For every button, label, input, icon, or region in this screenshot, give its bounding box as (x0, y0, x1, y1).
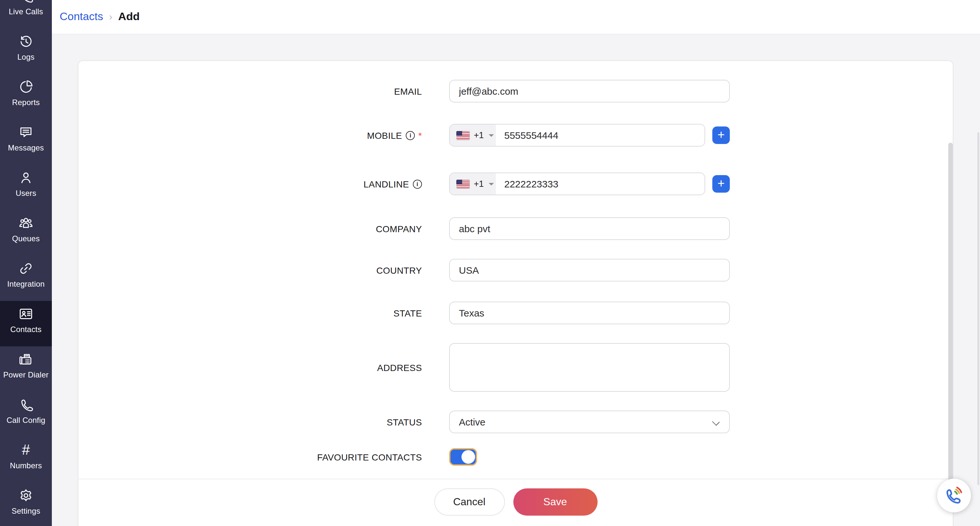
page-scrollbar-thumb[interactable] (977, 132, 979, 485)
sidebar: Live Calls Logs Reports Messages (0, 0, 52, 526)
form-row-mobile: MOBILE i * +1 + (78, 124, 953, 147)
country-label: COUNTRY (78, 265, 422, 275)
company-input[interactable] (449, 217, 730, 240)
link-icon (18, 261, 34, 276)
form-row-state: STATE (78, 301, 953, 324)
email-input[interactable] (449, 80, 730, 102)
live-calls-icon (18, 0, 34, 4)
status-select[interactable]: Active (449, 411, 730, 433)
sidebar-item-power-dialer[interactable]: Power Dialer (0, 346, 52, 392)
chevron-down-icon (712, 418, 720, 426)
sidebar-item-live-calls[interactable]: Live Calls (0, 0, 52, 29)
address-textarea[interactable] (449, 343, 730, 392)
state-input[interactable] (449, 301, 730, 324)
caret-down-icon (489, 134, 494, 137)
sidebar-item-label: Live Calls (9, 7, 43, 16)
mobile-label: MOBILE i * (78, 130, 422, 140)
card-scrollbar-thumb[interactable] (948, 143, 953, 481)
mobile-number-input[interactable] (496, 124, 705, 146)
sidebar-item-label: Messages (8, 143, 44, 152)
fax-machine-icon (18, 352, 34, 367)
breadcrumb-separator-icon: › (109, 11, 113, 23)
form-row-address: ADDRESS (78, 343, 953, 392)
sidebar-item-label: Contacts (10, 325, 41, 334)
add-landline-button[interactable]: + (712, 175, 730, 193)
add-contact-card: EMAIL MOBILE i * +1 + (78, 60, 953, 526)
mobile-phone-field: +1 (449, 124, 705, 147)
landline-dial-code-select[interactable]: +1 (450, 173, 496, 194)
sidebar-item-label: Integration (7, 279, 45, 289)
form-row-country: COUNTRY (78, 259, 953, 282)
sidebar-item-label: Users (16, 189, 36, 198)
sidebar-item-settings[interactable]: Settings (0, 483, 52, 526)
form-row-company: COMPANY (78, 217, 953, 240)
sidebar-item-label: Numbers (10, 461, 42, 470)
sidebar-item-label: Power Dialer (3, 370, 49, 379)
footer-divider (78, 479, 953, 479)
form-row-landline: LANDLINE i +1 + (78, 172, 953, 195)
chat-bubble-icon (18, 124, 34, 140)
topbar: Contacts › Add (52, 0, 980, 34)
pie-chart-icon (18, 79, 34, 95)
sidebar-item-numbers[interactable]: # Numbers (0, 437, 52, 483)
landline-label: LANDLINE i (78, 179, 422, 189)
phone-icon (18, 397, 34, 413)
state-label: STATE (78, 308, 422, 318)
contact-card-icon (18, 306, 34, 322)
sidebar-item-label: Call Config (6, 416, 45, 425)
favourite-contacts-label: FAVOURITE CONTACTS (78, 452, 422, 462)
toggle-knob (461, 450, 475, 464)
hash-icon: # (18, 442, 34, 458)
form-row-favourite: FAVOURITE CONTACTS (78, 448, 953, 466)
save-button[interactable]: Save (513, 488, 597, 516)
us-flag-icon (456, 131, 470, 140)
sidebar-item-label: Logs (18, 53, 35, 62)
mobile-dial-code-select[interactable]: +1 (450, 124, 496, 146)
breadcrumb-current: Add (118, 10, 140, 23)
app-root: Live Calls Logs Reports Messages (0, 0, 980, 526)
form-row-email: EMAIL (78, 80, 953, 102)
cancel-button[interactable]: Cancel (434, 488, 504, 516)
sidebar-nav-list: Live Calls Logs Reports Messages (0, 0, 52, 526)
info-icon: i (413, 179, 422, 188)
sidebar-item-label: Queues (12, 234, 40, 243)
status-selected-value: Active (459, 416, 485, 427)
form-footer: Cancel Save (78, 488, 953, 516)
add-mobile-button[interactable]: + (712, 126, 730, 144)
form-row-status: STATUS Active (78, 411, 953, 433)
landline-phone-field: +1 (449, 172, 705, 195)
favourite-toggle[interactable] (449, 448, 477, 466)
info-icon: i (406, 131, 415, 140)
user-icon (18, 170, 34, 185)
us-flag-icon (456, 179, 470, 188)
email-label: EMAIL (78, 86, 422, 96)
sidebar-item-integration[interactable]: Integration (0, 255, 52, 301)
sidebar-item-users[interactable]: Users (0, 165, 52, 210)
call-fab-button[interactable] (937, 479, 971, 512)
address-label: ADDRESS (78, 362, 422, 373)
sidebar-item-label: Reports (12, 98, 40, 107)
sidebar-item-label: Settings (12, 507, 40, 516)
required-asterisk: * (418, 130, 422, 140)
sidebar-item-contacts[interactable]: Contacts (0, 301, 52, 346)
status-label: STATUS (78, 417, 422, 427)
user-group-icon (18, 215, 34, 231)
breadcrumb-contacts-link[interactable]: Contacts (60, 10, 103, 23)
country-input[interactable] (449, 259, 730, 282)
history-icon (18, 34, 34, 49)
landline-number-input[interactable] (496, 173, 705, 194)
gear-icon (18, 488, 34, 503)
sidebar-item-reports[interactable]: Reports (0, 74, 52, 120)
sidebar-item-messages[interactable]: Messages (0, 120, 52, 165)
company-label: COMPANY (78, 223, 422, 234)
caret-down-icon (489, 183, 494, 185)
call-waves-icon (944, 484, 964, 507)
sidebar-item-call-config[interactable]: Call Config (0, 392, 52, 437)
sidebar-item-queues[interactable]: Queues (0, 210, 52, 255)
sidebar-item-logs[interactable]: Logs (0, 29, 52, 74)
